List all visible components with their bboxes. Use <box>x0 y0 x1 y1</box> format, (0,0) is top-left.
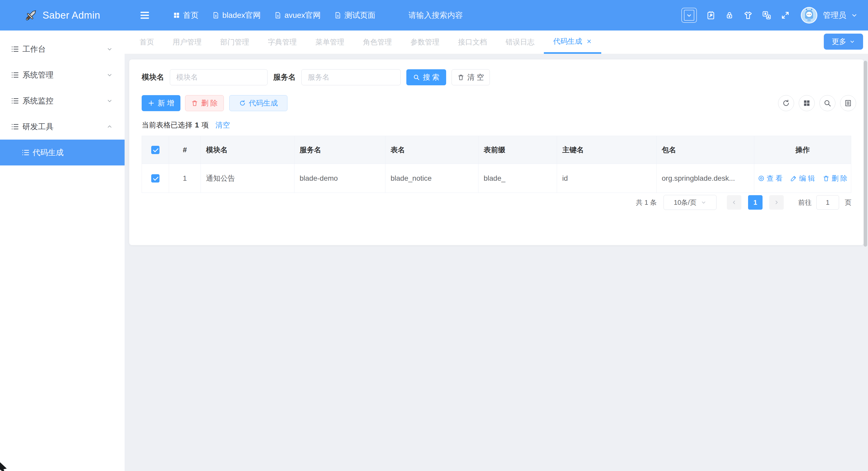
column-header-index: # <box>169 136 201 164</box>
menu-list-icon <box>11 97 19 105</box>
next-page-button[interactable] <box>769 195 784 210</box>
row-checkbox[interactable] <box>151 174 159 183</box>
column-settings-button[interactable] <box>840 95 856 111</box>
global-search-input[interactable] <box>408 11 517 20</box>
refresh-table-button[interactable] <box>778 95 794 111</box>
add-button[interactable]: 新 增 <box>142 95 180 111</box>
cell-service: blade-demo <box>294 164 385 193</box>
eye-icon <box>758 175 765 182</box>
prev-page-button[interactable] <box>727 195 741 210</box>
row-actions: 查 看 编 辑 <box>754 174 851 183</box>
column-header-service: 服务名 <box>294 136 385 164</box>
selection-suffix: 项 <box>202 120 209 130</box>
global-search <box>408 11 517 20</box>
menu-collapse-icon[interactable] <box>139 10 150 20</box>
sidebar-menu: 工作台 系统管理 系统监控 <box>0 31 125 165</box>
trash-icon <box>458 74 464 81</box>
code-generate-button-label: 代码生成 <box>249 98 278 108</box>
column-header-package: 包名 <box>656 136 754 164</box>
sidebar-item-system-monitor[interactable]: 系统监控 <box>0 88 125 114</box>
pagination: 共 1 条 10条/页 1 前往 页 <box>142 195 851 210</box>
more-tabs-button[interactable]: 更多 <box>824 34 863 50</box>
table-setting-buttons <box>778 95 856 111</box>
user-name[interactable]: 管理员 <box>823 10 846 21</box>
fullscreen-icon[interactable] <box>781 10 790 20</box>
search-button[interactable]: 搜 索 <box>406 69 446 85</box>
tab-user-management[interactable]: 用户管理 <box>163 31 211 54</box>
table-toolbar: 新 增 删 除 代码生成 <box>142 95 851 112</box>
translate-icon[interactable] <box>762 10 771 20</box>
select-all-checkbox[interactable] <box>151 146 159 154</box>
lock-icon[interactable] <box>725 10 734 20</box>
page-size-value: 10条/页 <box>674 198 696 207</box>
tab-menu-management[interactable]: 菜单管理 <box>306 31 353 54</box>
toggle-search-button[interactable] <box>819 95 835 111</box>
edit-link[interactable]: 编 辑 <box>790 174 815 183</box>
module-name-input[interactable] <box>170 69 268 85</box>
table-header-row: # 模块名 服务名 表名 表前缀 主键名 包名 操作 <box>142 136 851 164</box>
tab-error-log[interactable]: 错误日志 <box>496 31 544 54</box>
goto-page-input[interactable] <box>816 195 839 210</box>
vertical-scrollbar[interactable] <box>864 61 867 247</box>
selection-prefix: 当前表格已选择 <box>142 120 192 130</box>
column-header-pk-name: 主键名 <box>557 136 656 164</box>
chevron-down-icon[interactable] <box>851 12 858 19</box>
page-size-select[interactable]: 10条/页 <box>663 195 716 210</box>
top-nav-test-page[interactable]: 测试页面 <box>335 10 375 21</box>
sidebar-item-label: 系统管理 <box>23 70 54 81</box>
tab-dict-management[interactable]: 字典管理 <box>258 31 306 54</box>
clear-button-label: 清 空 <box>467 72 484 82</box>
tab-home[interactable]: 首页 <box>130 31 163 54</box>
top-nav-home[interactable]: 首页 <box>173 10 198 21</box>
chevron-up-icon <box>106 124 113 130</box>
delete-button-label: 删 除 <box>201 98 218 108</box>
clear-button[interactable]: 清 空 <box>452 69 490 85</box>
top-nav: 首页 bladex官网 avuex官网 测试页面 <box>173 10 375 21</box>
clear-selection-link[interactable]: 清空 <box>216 120 230 130</box>
code-generate-button[interactable]: 代码生成 <box>229 95 287 111</box>
more-tabs-label: 更多 <box>832 37 846 46</box>
delete-button[interactable]: 删 除 <box>185 95 224 111</box>
tools-clipboard-icon[interactable] <box>706 10 715 20</box>
tab-code-generation[interactable]: 代码生成 <box>544 31 601 54</box>
sidebar-item-label: 研发工具 <box>23 122 54 132</box>
goto-page-label: 前往 <box>798 198 812 207</box>
tab-role-management[interactable]: 角色管理 <box>353 31 401 54</box>
cell-table-prefix: blade_ <box>478 164 557 193</box>
tab-department-management[interactable]: 部门管理 <box>211 31 258 54</box>
edit-link-label: 编 辑 <box>799 174 815 183</box>
delete-link[interactable]: 删 除 <box>823 174 847 183</box>
sidebar: 工作台 系统管理 系统监控 <box>0 31 125 471</box>
sidebar-item-label: 系统监控 <box>23 96 54 106</box>
user-avatar[interactable] <box>801 7 817 24</box>
sidebar-item-workbench[interactable]: 工作台 <box>0 36 125 62</box>
tab-param-management[interactable]: 参数管理 <box>401 31 449 54</box>
theme-shirt-icon[interactable] <box>743 10 753 20</box>
column-grid-button[interactable] <box>799 95 815 111</box>
top-nav-bladex[interactable]: bladex官网 <box>213 10 260 21</box>
sidebar-item-dev-tools[interactable]: 研发工具 <box>0 114 125 139</box>
view-link[interactable]: 查 看 <box>758 174 783 183</box>
search-icon <box>413 74 420 81</box>
dagger-icon <box>24 8 38 22</box>
filter-form: 模块名 服务名 搜 索 清 空 <box>142 69 851 85</box>
chevron-down-icon <box>106 72 113 78</box>
cell-module: 通知公告 <box>201 164 294 193</box>
page-number-1[interactable]: 1 <box>748 195 763 210</box>
top-right-actions: 管理员 <box>681 7 868 24</box>
sidebar-item-system-management[interactable]: 系统管理 <box>0 62 125 88</box>
top-nav-label: bladex官网 <box>222 10 260 21</box>
tab-api-docs[interactable]: 接口文档 <box>449 31 496 54</box>
collapse-chevron-button[interactable] <box>681 8 697 23</box>
service-name-input[interactable] <box>301 69 401 85</box>
column-header-module: 模块名 <box>201 136 294 164</box>
table-row[interactable]: 1 通知公告 blade-demo blade_notice blade_ id… <box>142 164 851 193</box>
cell-table-name: blade_notice <box>385 164 478 193</box>
sidebar-item-code-generation[interactable]: 代码生成 <box>0 139 125 165</box>
column-header-table-prefix: 表前缀 <box>478 136 557 164</box>
top-nav-avuex[interactable]: avuex官网 <box>275 10 320 21</box>
close-icon[interactable] <box>586 38 592 44</box>
menu-list-icon <box>11 71 19 79</box>
top-nav-label: 首页 <box>183 10 198 21</box>
pagination-total: 共 1 条 <box>636 198 657 207</box>
